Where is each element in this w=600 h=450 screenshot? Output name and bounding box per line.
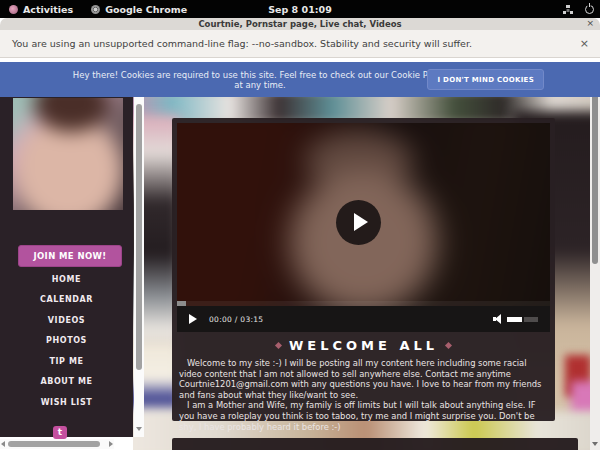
chrome-infobar: You are using an unsupported command-lin… (0, 30, 600, 58)
diamond-icon (275, 342, 282, 349)
sidebar-item-videos[interactable]: VIDEOS (0, 316, 133, 328)
activities-label: Activities (23, 4, 73, 15)
sidebar-horizontal-scrollbar[interactable] (0, 439, 114, 449)
page-scroll-down-icon[interactable] (592, 442, 598, 446)
focused-app-label: Google Chrome (105, 4, 187, 15)
page-scrollbar[interactable] (590, 62, 600, 450)
sidebar-vscroll-thumb[interactable] (136, 104, 142, 370)
profile-photo-blur (13, 98, 123, 210)
tumblr-icon[interactable]: t (53, 426, 67, 439)
volume-icon[interactable] (493, 314, 503, 324)
profile-sidebar: JOIN ME NOW! HOME CALENDAR VIDEOS PHOTOS… (0, 97, 133, 437)
page-scroll-thumb[interactable] (592, 74, 598, 264)
cookie-banner: Hey there! Cookies are required to use t… (0, 62, 600, 97)
sidebar-scroll-down-icon[interactable] (136, 427, 142, 431)
infobar-close-icon[interactable]: × (580, 37, 589, 50)
gnome-top-bar: Activities Google Chrome Sep 8 01:09 (0, 0, 600, 18)
profile-photo (13, 98, 123, 210)
screen: Activities Google Chrome Sep 8 01:09 Cou… (0, 0, 600, 450)
welcome-text: Welcome to my site :-) I will be posting… (179, 358, 548, 432)
activities-button[interactable]: Activities (0, 0, 82, 18)
chrome-icon (91, 5, 100, 14)
network-icon (563, 5, 573, 14)
welcome-heading: WELCOME ALL (172, 338, 555, 353)
welcome-heading-text: WELCOME ALL (289, 338, 438, 353)
sidebar-item-home[interactable]: HOME (0, 275, 133, 287)
sidebar-hscroll-thumb[interactable] (8, 441, 100, 447)
window-title: Courtnie, Pornstar page, Live chat, Vide… (198, 19, 401, 29)
sidebar-item-calendar[interactable]: CALENDAR (0, 295, 133, 307)
volume-level-fill[interactable] (507, 317, 522, 322)
volume-level-rest[interactable] (524, 317, 538, 322)
video-play-overlay-button[interactable] (336, 200, 381, 245)
sidebar-item-about-me[interactable]: ABOUT ME (0, 377, 133, 389)
welcome-paragraph-1: Welcome to my site :-) I will be posting… (179, 358, 548, 400)
video-time-display: 00:00 / 03:15 (209, 315, 263, 324)
volume-control[interactable] (493, 314, 538, 324)
window-title-bar[interactable]: Courtnie, Pornstar page, Live chat, Vide… (0, 18, 600, 30)
play-icon (354, 213, 368, 231)
sidebar-item-wish-list[interactable]: WISH LIST (0, 398, 133, 410)
cookie-accept-button[interactable]: I DON'T MIND COOKIES (427, 69, 544, 90)
play-button-icon[interactable] (189, 314, 197, 324)
sidebar-scroll-left-icon[interactable] (1, 441, 5, 447)
system-tray[interactable] (563, 0, 594, 18)
sidebar-vertical-scrollbar[interactable] (134, 97, 144, 437)
power-icon (585, 5, 594, 14)
video-control-bar: 00:00 / 03:15 (177, 306, 550, 332)
welcome-paragraph-2: I am a Mother and Wife, my family is off… (179, 400, 548, 432)
diamond-icon (445, 342, 452, 349)
cookie-message: Hey there! Cookies are required to use t… (70, 70, 450, 90)
window-close-icon[interactable]: × (586, 18, 594, 28)
infobar-message: You are using an unsupported command-lin… (12, 38, 472, 49)
sidebar-scroll-right-icon[interactable] (109, 441, 113, 447)
main-content-panel: 00:00 / 03:15 WELCOME ALL Welcome to my … (172, 118, 555, 421)
focused-app-menu[interactable]: Google Chrome (82, 0, 196, 18)
sidebar-item-photos[interactable]: PHOTOS (0, 336, 133, 348)
next-section-panel (172, 438, 578, 450)
activities-icon (9, 5, 18, 14)
join-me-now-button[interactable]: JOIN ME NOW! (18, 245, 122, 267)
sidebar-item-tip-me[interactable]: TIP ME (0, 357, 133, 369)
